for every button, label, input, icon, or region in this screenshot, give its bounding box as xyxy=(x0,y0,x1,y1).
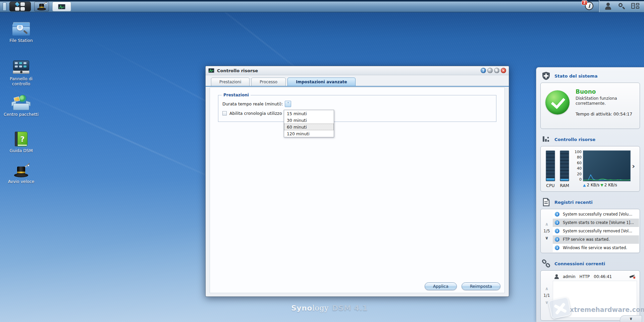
network-graph-svg xyxy=(583,150,631,181)
magic-hat-icon xyxy=(14,165,28,177)
open-resource-monitor-arrow[interactable]: › xyxy=(632,163,635,170)
dropdown-option[interactable]: 30 minuti xyxy=(284,117,334,124)
widget-title: Controllo risorse xyxy=(554,137,595,142)
duration-label: Durata tempo reale (minuti): xyxy=(222,101,283,106)
status-ok-icon xyxy=(545,90,570,114)
notifications-icon[interactable]: i 2 xyxy=(585,2,593,10)
tab-strip: Prestazioni Processo Impostazioni avanza… xyxy=(206,75,509,86)
tab-processo[interactable]: Processo xyxy=(251,78,286,86)
usage-history-checkbox[interactable] xyxy=(222,111,227,116)
log-row[interactable]: iFTP service was started. xyxy=(553,235,639,244)
system-health-header: Stato del sistema xyxy=(536,67,644,83)
taskbar: i 2 xyxy=(0,0,644,12)
info-icon: i xyxy=(555,220,559,225)
search-icon[interactable] xyxy=(618,2,625,10)
desktop-icon-file-station[interactable]: File Station xyxy=(3,19,39,43)
desktop-icon-dsm-help[interactable]: ? Guida DSM xyxy=(3,130,39,153)
connections-header: Connessioni correnti xyxy=(536,255,644,270)
log-row[interactable]: iSystem starts to create [Volume 1]... xyxy=(553,219,639,227)
pager-count: 1/5 xyxy=(543,229,550,233)
tab-prestazioni[interactable]: Prestazioni xyxy=(211,78,250,86)
cpu-meter: CPU xyxy=(545,150,555,188)
logo-light: logy xyxy=(312,304,329,312)
tray-zone xyxy=(599,0,644,12)
notification-badge: 2 xyxy=(582,0,587,5)
file-station-icon xyxy=(12,21,30,36)
upload-arrow-icon: ▲ xyxy=(583,183,586,187)
fieldset-legend: Prestazioni xyxy=(222,93,251,97)
apply-button[interactable]: Applica xyxy=(425,282,457,290)
pager-up-icon[interactable]: ∧ xyxy=(545,286,549,291)
connection-time: 00:46:41 xyxy=(594,274,612,279)
pager-down-icon[interactable]: ∨ xyxy=(545,300,549,305)
main-menu-button[interactable] xyxy=(9,2,31,11)
resource-monitor-icon xyxy=(58,4,65,9)
desktop-icon-package-center[interactable]: Centro pacchetti xyxy=(3,93,39,117)
widgets-sidebar: Stato del sistema Buono DiskStation funz… xyxy=(536,67,644,322)
widget-title: Registri recenti xyxy=(554,200,593,205)
pilot-view-icon[interactable] xyxy=(631,3,639,9)
log-row[interactable]: iSystem successfully created [Volu... xyxy=(553,210,639,219)
main-menu-icon xyxy=(15,2,25,11)
pager-up-icon[interactable]: ∧ xyxy=(545,222,549,227)
user-account-icon[interactable] xyxy=(604,2,612,10)
recent-logs-box: ∧ 1/5 ∨ iSystem successfully created [Vo… xyxy=(540,209,640,253)
sidebar-collapse-tab[interactable]: ∨ xyxy=(620,315,642,322)
logs-pager: ∧ 1/5 ∨ xyxy=(541,209,553,253)
pager-count: 1/1 xyxy=(543,293,550,298)
ram-meter-fill xyxy=(560,179,569,181)
shield-icon xyxy=(542,72,550,80)
tab-impostazioni-avanzate[interactable]: Impostazioni avanzate xyxy=(287,78,355,86)
reset-button[interactable]: Reimposta xyxy=(462,282,500,290)
dropdown-option[interactable]: 120 minuti xyxy=(284,130,334,137)
network-graph: 10080 6040 200 ▲ 2 KB/s ▼ 2 KB/s xyxy=(574,150,631,187)
magic-hat-icon xyxy=(37,3,46,10)
tab-underline xyxy=(206,86,509,87)
window-titlebar[interactable]: Controllo risorse ? + ✕ xyxy=(206,66,509,75)
bar-chart-icon xyxy=(542,135,550,144)
dsm-version: DSM 4.1 xyxy=(332,304,368,312)
usage-history-label: Abilita cronologia utilizzo xyxy=(229,111,282,116)
link-icon xyxy=(542,259,550,268)
desktop-icon-label: File Station xyxy=(3,38,39,43)
desktop: i 2 File Station Pannello di xyxy=(0,0,644,322)
dropdown-option-highlighted[interactable]: 60 minuti xyxy=(284,124,334,130)
close-button[interactable]: ✕ xyxy=(501,68,506,73)
maximize-button[interactable]: + xyxy=(494,68,499,73)
pager-down-icon[interactable]: ∨ xyxy=(545,235,549,240)
watermark-text: xtremehardware.com xyxy=(570,306,644,313)
dropdown-option[interactable]: 15 minuti xyxy=(284,110,334,117)
download-speed: 2 KB/s xyxy=(604,183,617,187)
system-health-box: Buono DiskStation funziona correttamente… xyxy=(540,83,640,129)
show-desktop-button[interactable] xyxy=(3,2,6,11)
control-panel-icon xyxy=(13,60,30,75)
taskbar-quick-start-button[interactable] xyxy=(34,2,49,11)
resource-monitor-header: Controllo risorse xyxy=(536,131,644,146)
resource-monitor-box: CPU RAM 10080 6040 200 ▲ 2 KB/s xyxy=(540,146,640,192)
ram-label: RAM xyxy=(560,183,569,188)
taskbar-resource-monitor-button[interactable] xyxy=(52,2,71,11)
help-button[interactable]: ? xyxy=(481,68,486,73)
desktop-icon-label: Guida DSM xyxy=(3,148,39,153)
connection-row[interactable]: admin HTTP 00:46:41 xyxy=(553,273,637,281)
info-icon: i xyxy=(555,237,559,242)
uptime-text: Tempo di attività: 00:54:17 xyxy=(576,111,632,117)
window-controls: ? + ✕ xyxy=(481,68,506,73)
duration-combobox[interactable]: ˅ xyxy=(285,101,291,107)
cpu-meter-fill xyxy=(546,178,554,181)
network-speeds: ▲ 2 KB/s ▼ 2 KB/s xyxy=(583,183,631,187)
desktop-icon-quick-start[interactable]: Avvio veloce xyxy=(3,160,39,184)
disconnect-icon[interactable] xyxy=(630,274,636,279)
info-icon: i xyxy=(555,245,559,250)
duration-dropdown-list: 15 minuti 30 minuti 60 minuti 120 minuti xyxy=(284,110,334,137)
tab-content: Prestazioni Durata tempo reale (minuti):… xyxy=(210,87,505,293)
log-row[interactable]: iWindows file service was started. xyxy=(553,244,639,252)
desktop-icon-control-panel[interactable]: Pannello di controllo xyxy=(3,58,39,86)
download-arrow-icon: ▼ xyxy=(600,183,603,187)
cpu-label: CPU xyxy=(546,183,554,188)
minimize-button[interactable] xyxy=(487,68,493,73)
upload-speed: 2 KB/s xyxy=(587,183,599,187)
graph-y-axis: 10080 6040 200 xyxy=(574,150,583,181)
desktop-icon-label: Centro pacchetti xyxy=(3,112,39,117)
log-row[interactable]: iSystem successfully removed [Vol... xyxy=(553,227,639,235)
